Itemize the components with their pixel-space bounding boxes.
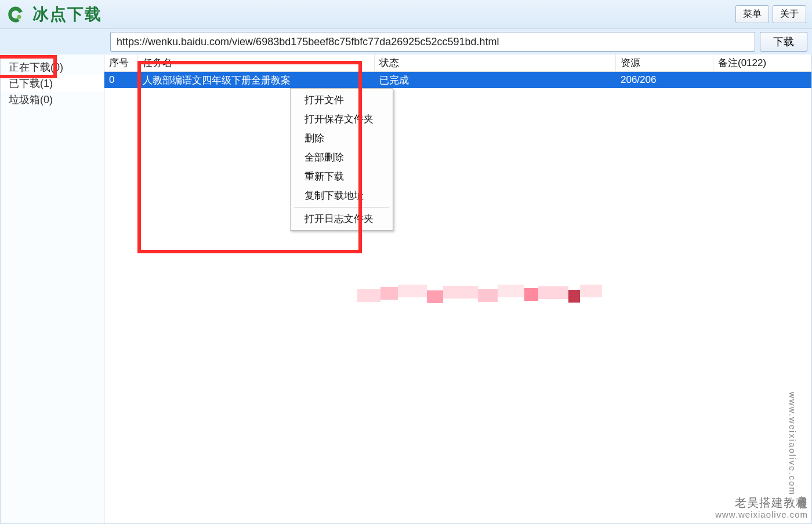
app-logo-icon [6, 5, 26, 24]
main-panel: 序号 任务名 状态 资源 备注(0122) 0 人教部编语文四年级下册全册教案 … [104, 54, 812, 524]
col-resource[interactable]: 资源 [616, 54, 713, 71]
app-window: 冰点下载 菜单 关于 下载 正在下载(0) 已下载(1) 垃圾箱(0) 序号 任… [0, 0, 812, 524]
menu-separator [294, 207, 389, 208]
context-menu: 打开文件 打开保存文件夹 删除 全部删除 重新下载 复制下载地址 打开日志文件夹 [290, 88, 393, 231]
sidebar-item-trash[interactable]: 垃圾箱(0) [1, 92, 104, 108]
menu-button[interactable]: 菜单 [735, 5, 769, 23]
col-index[interactable]: 序号 [104, 54, 138, 71]
menu-open-file[interactable]: 打开文件 [291, 90, 393, 110]
cell-name: 人教部编语文四年级下册全册教案 [138, 74, 375, 87]
menu-redownload[interactable]: 重新下载 [291, 167, 393, 186]
svg-point-0 [17, 14, 21, 19]
table-row[interactable]: 0 人教部编语文四年级下册全册教案 已完成 206/206 [104, 72, 811, 88]
url-input[interactable] [110, 32, 755, 52]
menu-open-log-folder[interactable]: 打开日志文件夹 [291, 209, 393, 228]
titlebar: 冰点下载 菜单 关于 [0, 0, 812, 29]
watermark-vertical: 老吴搭建教程 www.weixiaolive.com [787, 392, 808, 496]
table-header: 序号 任务名 状态 资源 备注(0122) [104, 54, 811, 72]
about-button[interactable]: 关于 [773, 5, 806, 23]
menu-delete-all[interactable]: 全部删除 [291, 148, 393, 167]
watermark-line1: 老吴搭建教程 [715, 496, 808, 510]
menu-open-folder[interactable]: 打开保存文件夹 [291, 110, 393, 129]
watermark-line2: www.weixiaolive.com [715, 510, 808, 520]
censor-bar [357, 285, 641, 305]
top-buttons: 菜单 关于 [735, 5, 806, 23]
url-row: 下载 [0, 29, 812, 54]
cell-state: 已完成 [375, 74, 616, 87]
cell-resource: 206/206 [616, 74, 713, 86]
cell-index: 0 [104, 74, 138, 86]
watermark: 老吴搭建教程 www.weixiaolive.com 老吴搭建教程 www.we… [715, 496, 808, 520]
sidebar-item-downloading[interactable]: 正在下载(0) [1, 59, 104, 75]
body: 正在下载(0) 已下载(1) 垃圾箱(0) 序号 任务名 状态 资源 备注(01… [0, 54, 812, 524]
col-note[interactable]: 备注(0122) [713, 54, 811, 71]
col-state[interactable]: 状态 [375, 54, 616, 71]
app-title: 冰点下载 [32, 3, 102, 26]
sidebar: 正在下载(0) 已下载(1) 垃圾箱(0) [0, 54, 104, 524]
col-name[interactable]: 任务名 [138, 54, 375, 71]
download-button[interactable]: 下载 [760, 32, 807, 52]
menu-copy-url[interactable]: 复制下载地址 [291, 186, 393, 205]
menu-delete[interactable]: 删除 [291, 129, 393, 148]
sidebar-item-downloaded[interactable]: 已下载(1) [1, 75, 104, 92]
